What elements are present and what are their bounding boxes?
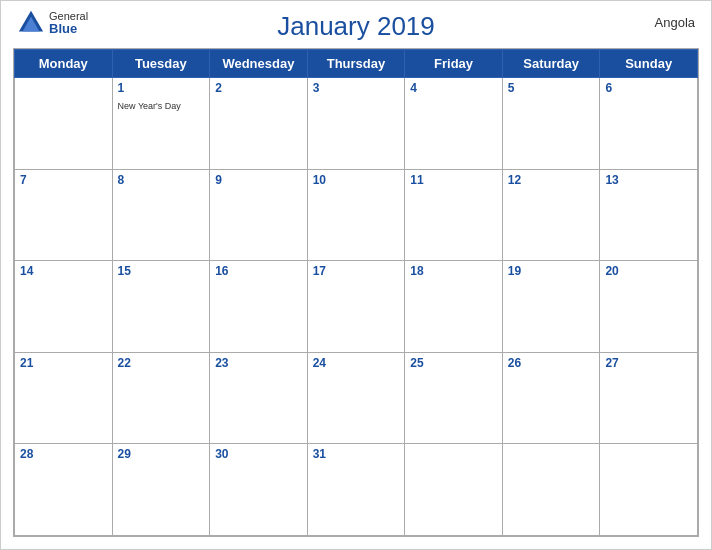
calendar-week-row: 1New Year's Day23456 <box>15 78 698 170</box>
calendar-cell: 22 <box>112 352 210 444</box>
calendar-cell: 16 <box>210 261 308 353</box>
calendar-cell: 30 <box>210 444 308 536</box>
logo-text: General Blue <box>49 10 88 36</box>
day-number: 6 <box>605 81 692 95</box>
day-number: 4 <box>410 81 497 95</box>
calendar-cell: 25 <box>405 352 503 444</box>
calendar-cell: 13 <box>600 169 698 261</box>
day-number: 1 <box>118 81 205 95</box>
calendar-cell: 19 <box>502 261 600 353</box>
calendar-cell <box>600 444 698 536</box>
day-number: 8 <box>118 173 205 187</box>
calendar-grid: Monday Tuesday Wednesday Thursday Friday… <box>13 48 699 537</box>
day-number: 29 <box>118 447 205 461</box>
day-number: 5 <box>508 81 595 95</box>
day-number: 31 <box>313 447 400 461</box>
calendar-cell <box>15 78 113 170</box>
calendar-cell: 10 <box>307 169 405 261</box>
calendar-cell: 31 <box>307 444 405 536</box>
calendar-cell: 23 <box>210 352 308 444</box>
weekday-header-row: Monday Tuesday Wednesday Thursday Friday… <box>15 50 698 78</box>
day-number: 28 <box>20 447 107 461</box>
country-label: Angola <box>655 15 695 30</box>
col-thursday: Thursday <box>307 50 405 78</box>
day-number: 26 <box>508 356 595 370</box>
day-number: 27 <box>605 356 692 370</box>
calendar-cell: 12 <box>502 169 600 261</box>
calendar-cell: 18 <box>405 261 503 353</box>
col-tuesday: Tuesday <box>112 50 210 78</box>
calendar-cell: 27 <box>600 352 698 444</box>
calendar-cell: 29 <box>112 444 210 536</box>
day-number: 12 <box>508 173 595 187</box>
calendar-cell <box>502 444 600 536</box>
col-sunday: Sunday <box>600 50 698 78</box>
calendar-title: January 2019 <box>277 11 435 42</box>
calendar-cell: 20 <box>600 261 698 353</box>
calendar-week-row: 14151617181920 <box>15 261 698 353</box>
calendar-cell: 24 <box>307 352 405 444</box>
day-number: 18 <box>410 264 497 278</box>
col-friday: Friday <box>405 50 503 78</box>
calendar-cell: 21 <box>15 352 113 444</box>
calendar-cell: 5 <box>502 78 600 170</box>
day-number: 15 <box>118 264 205 278</box>
calendar-week-row: 78910111213 <box>15 169 698 261</box>
col-saturday: Saturday <box>502 50 600 78</box>
day-number: 30 <box>215 447 302 461</box>
logo-icon <box>17 9 45 37</box>
calendar-cell: 2 <box>210 78 308 170</box>
day-number: 20 <box>605 264 692 278</box>
day-number: 22 <box>118 356 205 370</box>
calendar-cell: 15 <box>112 261 210 353</box>
holiday-label: New Year's Day <box>118 101 181 111</box>
col-monday: Monday <box>15 50 113 78</box>
logo-blue-text: Blue <box>49 22 88 36</box>
calendar-cell: 17 <box>307 261 405 353</box>
day-number: 21 <box>20 356 107 370</box>
calendar-cell: 9 <box>210 169 308 261</box>
calendar-week-row: 21222324252627 <box>15 352 698 444</box>
calendar-cell: 4 <box>405 78 503 170</box>
day-number: 9 <box>215 173 302 187</box>
col-wednesday: Wednesday <box>210 50 308 78</box>
calendar-table: Monday Tuesday Wednesday Thursday Friday… <box>14 49 698 536</box>
calendar-cell <box>405 444 503 536</box>
day-number: 23 <box>215 356 302 370</box>
calendar-cell: 11 <box>405 169 503 261</box>
calendar-page: General Blue January 2019 Angola Monday … <box>0 0 712 550</box>
calendar-cell: 7 <box>15 169 113 261</box>
day-number: 24 <box>313 356 400 370</box>
day-number: 25 <box>410 356 497 370</box>
calendar-cell: 8 <box>112 169 210 261</box>
calendar-cell: 6 <box>600 78 698 170</box>
calendar-cell: 1New Year's Day <box>112 78 210 170</box>
day-number: 10 <box>313 173 400 187</box>
day-number: 19 <box>508 264 595 278</box>
calendar-header: General Blue January 2019 Angola <box>1 1 711 48</box>
day-number: 17 <box>313 264 400 278</box>
day-number: 2 <box>215 81 302 95</box>
calendar-cell: 26 <box>502 352 600 444</box>
day-number: 13 <box>605 173 692 187</box>
day-number: 11 <box>410 173 497 187</box>
day-number: 7 <box>20 173 107 187</box>
calendar-cell: 28 <box>15 444 113 536</box>
day-number: 16 <box>215 264 302 278</box>
day-number: 3 <box>313 81 400 95</box>
calendar-cell: 14 <box>15 261 113 353</box>
calendar-cell: 3 <box>307 78 405 170</box>
day-number: 14 <box>20 264 107 278</box>
calendar-week-row: 28293031 <box>15 444 698 536</box>
logo: General Blue <box>17 9 88 37</box>
